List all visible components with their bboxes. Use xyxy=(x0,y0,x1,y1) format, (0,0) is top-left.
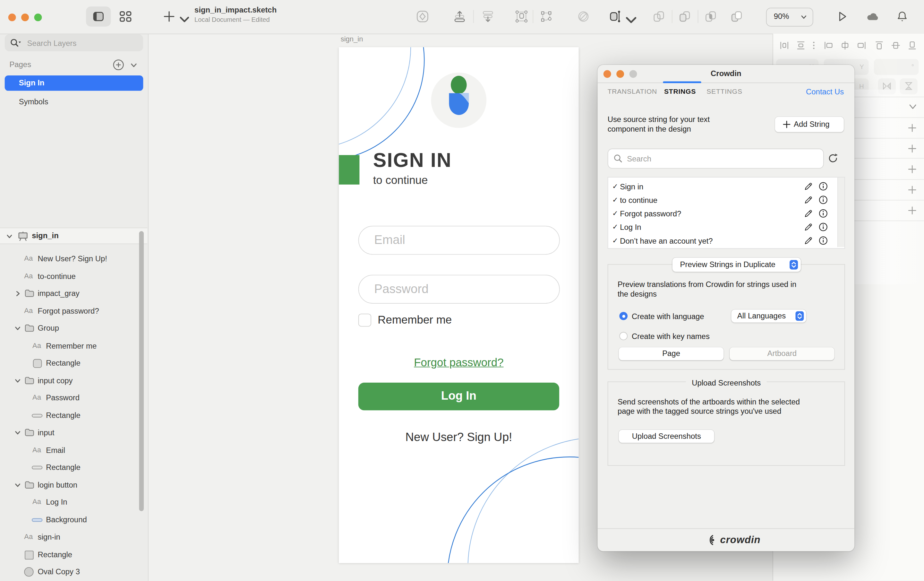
create-with-language-radio[interactable] xyxy=(619,312,627,320)
distribute-vertically-icon[interactable] xyxy=(796,40,806,51)
search-layers-field[interactable] xyxy=(5,34,144,51)
resize-chevron-down-icon[interactable] xyxy=(624,13,639,28)
no-style-icon[interactable] xyxy=(576,9,591,25)
info-icon[interactable] xyxy=(818,182,828,191)
zoom-level-dropdown[interactable]: 90% xyxy=(766,8,813,26)
layer-row-folder[interactable]: impact_gray xyxy=(0,285,138,302)
page-item-sign-in[interactable]: Sign In xyxy=(5,75,144,91)
align-left-icon[interactable] xyxy=(823,40,834,51)
strings-search-input[interactable] xyxy=(626,153,817,165)
info-icon[interactable] xyxy=(818,195,828,204)
layer-row-text[interactable]: Password xyxy=(0,389,138,406)
add-fill-button plus-icon[interactable] xyxy=(908,144,917,153)
minimize-window-button[interactable] xyxy=(21,13,29,21)
layer-row-text[interactable]: sign-in xyxy=(0,528,138,545)
edit-pencil-icon[interactable] xyxy=(804,209,813,218)
insert-chevron-down-icon[interactable] xyxy=(177,12,192,27)
pages-collapse-chevron-icon[interactable] xyxy=(130,62,138,69)
sign-up-text[interactable]: New User? Sign Up! xyxy=(339,430,579,444)
chevron-down-icon[interactable] xyxy=(14,482,21,488)
distribute-horizontally-icon[interactable] xyxy=(779,40,790,51)
chevron-right-icon[interactable] xyxy=(14,290,21,297)
create-with-key-names-radio[interactable] xyxy=(619,332,627,340)
edit-pencil-icon[interactable] xyxy=(804,222,813,232)
move-forward-icon[interactable] xyxy=(452,9,467,25)
layer-row-folder[interactable]: input xyxy=(0,424,138,441)
chevron-down-icon[interactable] xyxy=(14,377,21,384)
upload-screenshots-button[interactable]: Upload Screenshots xyxy=(619,430,714,443)
edit-pencil-icon[interactable] xyxy=(804,236,813,245)
layer-row-text[interactable]: Email xyxy=(0,441,138,459)
string-row[interactable]: ✓ Don’t have an account yet? xyxy=(608,234,837,247)
add-string-button[interactable]: Add String xyxy=(775,117,844,132)
log-in-button[interactable]: Log In xyxy=(358,382,559,410)
align-horizontal-center-icon[interactable] xyxy=(840,40,850,51)
layer-row-shape[interactable]: Background xyxy=(0,511,138,528)
layer-row-folder[interactable]: Group xyxy=(0,320,138,337)
add-style-button plus-icon[interactable] xyxy=(908,123,917,132)
group-selection-icon[interactable] xyxy=(514,9,530,25)
boolean-difference-icon[interactable] xyxy=(729,9,744,25)
preview-play-button play-icon[interactable] xyxy=(835,9,850,25)
boolean-intersect-icon[interactable] xyxy=(703,9,718,25)
tab-strings[interactable]: STRINGS xyxy=(664,88,696,95)
boolean-union-icon[interactable] xyxy=(651,9,667,25)
edit-vector-icon[interactable] xyxy=(539,9,554,25)
edit-pencil-icon[interactable] xyxy=(804,182,813,191)
zoom-window-button[interactable] xyxy=(34,13,42,21)
string-row[interactable]: ✓ Forgot password? xyxy=(608,207,837,220)
layer-row-text[interactable]: Forgot password? xyxy=(0,302,138,319)
layer-row-text[interactable]: to-continue xyxy=(0,267,138,285)
add-border-button plus-icon[interactable] xyxy=(908,164,917,174)
edit-pencil-icon[interactable] xyxy=(804,195,813,204)
layer-row-text[interactable]: Log In xyxy=(0,493,138,510)
contact-us-link[interactable]: Contact Us xyxy=(806,87,844,96)
align-right-icon[interactable] xyxy=(856,40,867,51)
align-bottom-icon[interactable] xyxy=(907,40,917,51)
artboard-sign-in[interactable]: SIGN IN to continue Email Password Remem… xyxy=(339,47,579,563)
preview-strings-dropdown[interactable]: Preview Strings in Duplicate xyxy=(672,258,801,272)
string-row[interactable]: ✓ Log In xyxy=(608,220,837,234)
chevron-down-icon[interactable] xyxy=(14,325,21,332)
grid-view-button grid-icon[interactable] xyxy=(118,9,133,25)
artboard-button[interactable]: Artboard xyxy=(729,347,835,360)
layers-root-row[interactable]: sign_in xyxy=(0,228,147,244)
layer-row-folder[interactable]: input copy xyxy=(0,372,138,389)
layer-row-shape[interactable]: Rectangle xyxy=(0,354,138,371)
layer-row-text[interactable]: Remember me xyxy=(0,337,138,354)
add-page-button plus-circle-icon[interactable] xyxy=(112,59,124,71)
insert-shape-icon[interactable] xyxy=(415,9,430,25)
cloud-sync-button cloud-icon[interactable] xyxy=(865,9,880,25)
align-vertical-center-icon[interactable] xyxy=(890,40,901,51)
tab-translation[interactable]: TRANSLATION xyxy=(608,88,657,95)
layer-row-shape[interactable]: Rectangle xyxy=(0,459,138,476)
remember-me-checkbox[interactable] xyxy=(358,314,371,326)
add-blur-button plus-icon[interactable] xyxy=(908,206,917,215)
layer-row-shape[interactable]: Oval Copy 3 xyxy=(0,563,138,580)
close-window-button[interactable] xyxy=(8,13,16,21)
tab-settings[interactable]: SETTINGS xyxy=(706,88,742,95)
password-field[interactable]: Password xyxy=(358,275,560,304)
layer-row-shape[interactable]: Rectangle xyxy=(0,406,138,424)
info-icon[interactable] xyxy=(818,222,828,232)
rotation-field[interactable]: ° xyxy=(874,59,919,75)
notifications-button bell-icon[interactable] xyxy=(894,9,910,25)
add-shadow-button plus-icon[interactable] xyxy=(908,185,917,195)
page-button[interactable]: Page xyxy=(619,347,724,360)
strings-list-scrollbar[interactable] xyxy=(837,177,845,247)
move-backward-icon[interactable] xyxy=(480,9,496,25)
string-row[interactable]: ✓ Sign in xyxy=(608,180,837,193)
layers-scrollbar[interactable] xyxy=(139,231,144,511)
layer-row-text[interactable]: New User? Sign Up! xyxy=(0,250,138,267)
chevron-down-icon[interactable] xyxy=(6,233,13,240)
forgot-password-link[interactable]: Forgot password? xyxy=(339,356,579,369)
strings-search-field[interactable] xyxy=(608,149,824,169)
search-layers-input[interactable] xyxy=(26,36,140,50)
more-options-dots-icon[interactable] xyxy=(810,40,818,51)
align-top-icon[interactable] xyxy=(874,40,884,51)
info-icon[interactable] xyxy=(818,209,828,218)
string-row[interactable]: ✓ to continue xyxy=(608,193,837,207)
layer-row-shape[interactable]: Rectangle xyxy=(0,546,138,563)
language-dropdown[interactable]: All Languages xyxy=(731,310,806,322)
layer-row-folder[interactable]: login button xyxy=(0,476,138,493)
